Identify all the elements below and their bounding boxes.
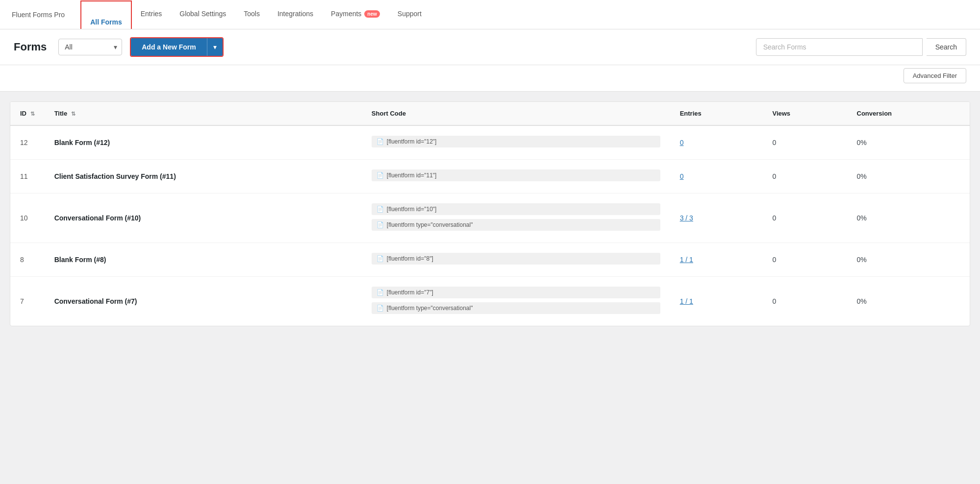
- cell-entries[interactable]: 0: [670, 160, 763, 194]
- search-button[interactable]: Search: [927, 38, 966, 56]
- table-row: 8Blank Form (#8)📄[fluentform id="8"]1 / …: [10, 243, 970, 277]
- shortcode-text: [fluentform type="conversational": [387, 305, 473, 312]
- cell-shortcode: 📄[fluentform id="7"]📄[fluentform type="c…: [362, 277, 670, 326]
- entries-link[interactable]: 0: [680, 139, 684, 146]
- cell-id: 8: [10, 243, 45, 277]
- filter-select[interactable]: All: [58, 39, 122, 55]
- cell-shortcode: 📄[fluentform id="8"]: [362, 243, 670, 277]
- document-icon: 📄: [377, 172, 384, 179]
- cell-entries[interactable]: 0: [670, 125, 763, 160]
- nav-label-integrations: Integrations: [277, 10, 313, 18]
- cell-shortcode: 📄[fluentform id="10"]📄[fluentform type="…: [362, 194, 670, 243]
- entries-link[interactable]: 1 / 1: [680, 297, 693, 305]
- col-label-title: Title: [54, 110, 68, 117]
- table-row: 10Conversational Form (#10)📄[fluentform …: [10, 194, 970, 243]
- cell-title[interactable]: Conversational Form (#7): [45, 277, 362, 326]
- document-icon: 📄: [377, 138, 384, 145]
- cell-shortcode: 📄[fluentform id="12"]: [362, 125, 670, 160]
- cell-id: 7: [10, 277, 45, 326]
- col-label-views: Views: [772, 110, 790, 117]
- nav-item-entries[interactable]: Entries: [132, 0, 171, 29]
- cell-conversion: 0%: [847, 243, 970, 277]
- cell-id: 11: [10, 160, 45, 194]
- col-label-conversion: Conversion: [857, 110, 892, 117]
- filter-select-wrapper[interactable]: All: [58, 39, 122, 55]
- add-form-dropdown-button[interactable]: ▾: [207, 38, 223, 56]
- cell-conversion: 0%: [847, 277, 970, 326]
- nav-item-all-forms[interactable]: All Forms: [80, 0, 132, 29]
- cell-conversion: 0%: [847, 160, 970, 194]
- entries-link[interactable]: 3 / 3: [680, 214, 693, 222]
- cell-title[interactable]: Blank Form (#8): [45, 243, 362, 277]
- nav-item-support[interactable]: Support: [389, 0, 430, 29]
- nav-label-payments: Payments: [331, 10, 361, 18]
- cell-entries[interactable]: 1 / 1: [670, 243, 763, 277]
- toolbar-right: Search: [756, 38, 966, 56]
- col-header-views: Views: [762, 102, 847, 125]
- forms-table-container: ID ⇅ Title ⇅ Short Code Entries Views Co: [10, 101, 970, 326]
- col-label-entries: Entries: [680, 110, 702, 117]
- nav-brand: Fluent Forms Pro: [12, 11, 65, 19]
- advanced-filter-bar: Advanced Filter: [0, 65, 980, 92]
- col-header-entries: Entries: [670, 102, 763, 125]
- col-header-title[interactable]: Title ⇅: [45, 102, 362, 125]
- entries-link[interactable]: 1 / 1: [680, 256, 693, 264]
- shortcode-chip[interactable]: 📄[fluentform id="11"]: [372, 169, 660, 181]
- top-nav: Fluent Forms Pro All Forms Entries Globa…: [0, 0, 980, 29]
- nav-label-global-settings: Global Settings: [179, 10, 226, 18]
- entries-link[interactable]: 0: [680, 172, 684, 180]
- nav-item-tools[interactable]: Tools: [235, 0, 269, 29]
- shortcode-chip[interactable]: 📄[fluentform type="conversational": [372, 302, 660, 314]
- shortcode-chip[interactable]: 📄[fluentform type="conversational": [372, 219, 660, 231]
- document-icon: 📄: [377, 255, 384, 262]
- forms-table: ID ⇅ Title ⇅ Short Code Entries Views Co: [10, 102, 970, 326]
- nav-item-payments[interactable]: Payments new: [322, 0, 389, 29]
- cell-conversion: 0%: [847, 125, 970, 160]
- document-icon: 📄: [377, 289, 384, 296]
- cell-entries[interactable]: 3 / 3: [670, 194, 763, 243]
- cell-shortcode: 📄[fluentform id="11"]: [362, 160, 670, 194]
- shortcode-chip[interactable]: 📄[fluentform id="8"]: [372, 253, 660, 265]
- add-form-btn-group: Add a New Form ▾: [130, 37, 223, 57]
- cell-views: 0: [762, 243, 847, 277]
- table-row: 12Blank Form (#12)📄[fluentform id="12"]0…: [10, 125, 970, 160]
- cell-views: 0: [762, 277, 847, 326]
- col-label-id: ID: [20, 110, 26, 117]
- col-header-conversion: Conversion: [847, 102, 970, 125]
- cell-title[interactable]: Client Satisfaction Survey Form (#11): [45, 160, 362, 194]
- shortcode-chip[interactable]: 📄[fluentform id="7"]: [372, 287, 660, 298]
- nav-item-integrations[interactable]: Integrations: [269, 0, 322, 29]
- sort-icon-title: ⇅: [71, 111, 75, 117]
- cell-views: 0: [762, 125, 847, 160]
- shortcode-text: [fluentform id="8"]: [387, 255, 433, 262]
- table-row: 11Client Satisfaction Survey Form (#11)📄…: [10, 160, 970, 194]
- payments-badge: new: [364, 10, 379, 18]
- nav-label-entries: Entries: [141, 10, 162, 18]
- nav-label-tools: Tools: [244, 10, 260, 18]
- document-icon: 📄: [377, 221, 384, 228]
- cell-title[interactable]: Blank Form (#12): [45, 125, 362, 160]
- shortcode-chip[interactable]: 📄[fluentform id="12"]: [372, 136, 660, 147]
- toolbar: Forms All Add a New Form ▾ Search: [0, 29, 980, 65]
- advanced-filter-button[interactable]: Advanced Filter: [904, 68, 966, 83]
- document-icon: 📄: [377, 305, 384, 312]
- nav-label-all-forms: All Forms: [90, 18, 122, 26]
- col-header-id[interactable]: ID ⇅: [10, 102, 45, 125]
- shortcode-text: [fluentform id="12"]: [387, 138, 437, 145]
- cell-title[interactable]: Conversational Form (#10): [45, 194, 362, 243]
- cell-conversion: 0%: [847, 194, 970, 243]
- cell-entries[interactable]: 1 / 1: [670, 277, 763, 326]
- cell-id: 12: [10, 125, 45, 160]
- cell-views: 0: [762, 160, 847, 194]
- col-header-shortcode: Short Code: [362, 102, 670, 125]
- shortcode-text: [fluentform id="7"]: [387, 289, 433, 296]
- shortcode-text: [fluentform id="10"]: [387, 206, 437, 213]
- page-title: Forms: [14, 41, 47, 53]
- shortcode-text: [fluentform type="conversational": [387, 221, 473, 228]
- search-input[interactable]: [756, 38, 923, 56]
- shortcode-chip[interactable]: 📄[fluentform id="10"]: [372, 203, 660, 215]
- col-label-shortcode: Short Code: [372, 110, 406, 117]
- nav-item-global-settings[interactable]: Global Settings: [171, 0, 235, 29]
- table-header-row: ID ⇅ Title ⇅ Short Code Entries Views Co: [10, 102, 970, 125]
- add-form-button[interactable]: Add a New Form: [131, 38, 206, 56]
